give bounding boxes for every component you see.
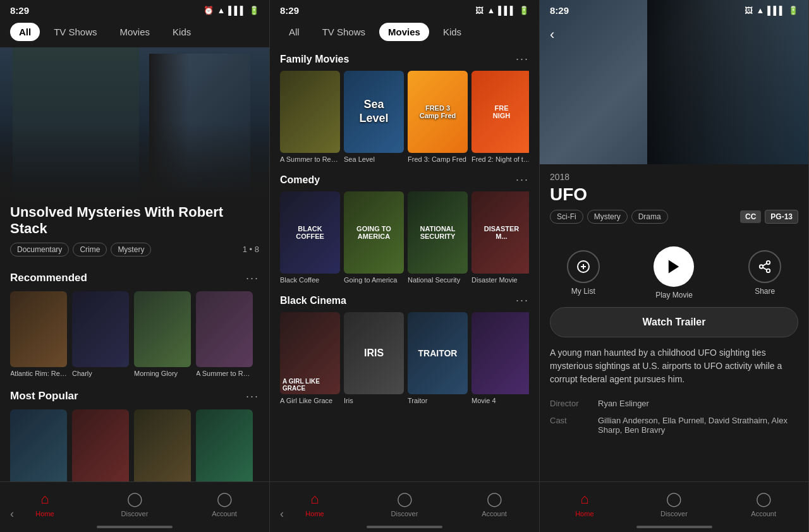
time-1: 8:29	[10, 5, 29, 16]
bc-label-0: A Girl Like Grace	[280, 397, 340, 404]
status-icons-2: 🖼 ▲ ▌▌▌ 🔋	[475, 6, 529, 15]
nav-discover-2[interactable]: ◯ Discover	[360, 491, 449, 524]
most-popular-more-btn[interactable]: ···	[246, 390, 259, 403]
director-key: Director	[550, 399, 588, 408]
tag-documentary: Documentary	[10, 243, 69, 257]
nav-account-3[interactable]: ◯ Account	[719, 491, 808, 524]
tab-all-2[interactable]: All	[280, 23, 308, 41]
director-val: Ryan Eslinger	[598, 399, 649, 408]
bc-label-2: Traitor	[408, 397, 468, 404]
home-label-3: Home	[575, 510, 593, 517]
list-item[interactable]: A GIRL LIKE GRACE A Girl Like Grace	[280, 312, 340, 404]
my-list-action[interactable]: My List	[567, 250, 600, 296]
thumb-label-0: Atlantic Rim: Resurrection	[10, 370, 67, 377]
tab-kids-2[interactable]: Kids	[434, 23, 470, 41]
svg-point-4	[767, 261, 770, 265]
battery-icon-3: 🔋	[788, 6, 798, 15]
list-item[interactable]: BLACKCOFFEE Black Coffee	[280, 191, 340, 284]
most-popular-header: Most Popular ···	[10, 390, 259, 403]
wifi-icon-2: ▲	[487, 6, 495, 15]
nav-home-3[interactable]: ⌂ Home	[540, 491, 630, 524]
popular-thumb-1	[72, 409, 129, 485]
hero-gradient-overlay	[0, 123, 269, 199]
list-item[interactable]: Morning Glory	[134, 291, 191, 377]
share-icon	[748, 250, 781, 283]
back-arrow-1[interactable]: ‹	[10, 507, 14, 521]
list-item[interactable]: Atlantic Rim: Resurrection	[10, 291, 67, 377]
status-bar-3: 8:29 🖼 ▲ ▌▌▌ 🔋	[540, 0, 808, 18]
account-label-3: Account	[751, 510, 776, 517]
svg-marker-3	[669, 260, 679, 274]
recommended-more-btn[interactable]: ···	[246, 272, 259, 285]
svg-point-6	[767, 269, 770, 273]
play-button-circle[interactable]	[654, 246, 694, 287]
share-label: Share	[755, 287, 775, 296]
list-item[interactable]: SeaLevel Sea Level	[344, 71, 404, 163]
play-movie-action[interactable]: Play Movie	[654, 246, 694, 299]
phone-screen-1: 8:29 ⏰ ▲ ▌▌▌ 🔋 All TV Shows Movies Kids …	[0, 0, 270, 532]
status-bar-2: 8:29 🖼 ▲ ▌▌▌ 🔋	[270, 0, 539, 18]
list-item[interactable]: FRENIGH Fred 2: Night of the Living Fred	[471, 71, 529, 163]
list-item[interactable]: DISASTERM... Disaster Movie	[471, 191, 529, 284]
popular-thumb-0	[10, 409, 67, 485]
battery-icon: 🔋	[249, 6, 259, 15]
thumb-label-3: A Summer to Remember	[196, 370, 253, 377]
share-action[interactable]: Share	[748, 250, 781, 296]
list-item[interactable]: Movie 4	[471, 312, 529, 404]
nav-account-2[interactable]: ◯ Account	[449, 491, 539, 524]
wifi-icon-3: ▲	[756, 6, 764, 15]
discover-label-3: Discover	[660, 510, 688, 517]
wifi-icon: ▲	[217, 6, 225, 15]
thumb-label-1: Charly	[72, 370, 129, 377]
watch-trailer-button[interactable]: Watch Trailer	[550, 307, 798, 337]
family-movies-more-btn[interactable]: ···	[516, 52, 529, 66]
account-label-2: Account	[482, 510, 507, 517]
tab-tvshows-1[interactable]: TV Shows	[45, 23, 106, 41]
comedy-title: Comedy	[280, 174, 320, 186]
list-item[interactable]: IRIS Iris	[344, 312, 404, 404]
tab-movies-2[interactable]: Movies	[379, 23, 429, 41]
black-cinema-section: Black Cinema ··· A GIRL LIKE GRACE A Gir…	[270, 289, 539, 409]
account-icon-3: ◯	[756, 491, 772, 507]
black-cinema-more-btn[interactable]: ···	[516, 294, 529, 307]
comedy-more-btn[interactable]: ···	[516, 173, 529, 186]
nav-discover-1[interactable]: ◯ Discover	[90, 491, 179, 524]
bc-label-3: Movie 4	[471, 397, 529, 404]
tag-crime: Crime	[73, 243, 107, 257]
back-button-detail[interactable]: ‹	[550, 27, 554, 43]
episode-count: 1 • 8	[243, 245, 259, 254]
thumb-label-2: Morning Glory	[134, 370, 191, 377]
signal-icon-3: ▌▌▌	[767, 6, 785, 15]
list-item[interactable]: A Summer to Remember	[280, 71, 340, 163]
tab-tvshows-2[interactable]: TV Shows	[313, 23, 374, 41]
list-item[interactable]: Charly	[72, 291, 129, 377]
black-cinema-title: Black Cinema	[280, 295, 346, 306]
hero-tags-1: Documentary Crime Mystery 1 • 8	[10, 243, 259, 257]
list-item[interactable]: A Summer to Remember	[196, 291, 253, 377]
recommended-section: Recommended ··· Atlantic Rim: Resurrecti…	[0, 264, 269, 382]
tab-movies-1[interactable]: Movies	[111, 23, 159, 41]
discover-icon-1: ◯	[127, 491, 143, 507]
bc-thumb-3	[471, 312, 529, 394]
back-arrow-2[interactable]: ‹	[280, 507, 284, 521]
tab-kids-1[interactable]: Kids	[164, 23, 200, 41]
family-movies-section: Family Movies ··· A Summer to Remember S…	[270, 47, 539, 168]
list-item[interactable]: TRAITOR Traitor	[408, 312, 468, 404]
family-thumb-2: FRED 3Camp Fred	[408, 71, 468, 153]
nav-discover-3[interactable]: ◯ Discover	[630, 491, 719, 524]
list-item[interactable]: NATIONALSECURITY National Security	[408, 191, 468, 284]
phone-screen-2: 8:29 🖼 ▲ ▌▌▌ 🔋 All TV Shows Movies Kids …	[270, 0, 540, 532]
list-item[interactable]: GOING TOAMERICA Going to America	[344, 191, 404, 284]
play-movie-label: Play Movie	[655, 291, 693, 299]
add-list-icon	[567, 250, 600, 283]
tab-all-1[interactable]: All	[10, 23, 40, 41]
comedy-label-3: Disaster Movie	[471, 276, 529, 284]
tag-drama: Drama	[631, 210, 668, 224]
family-label-0: A Summer to Remember	[280, 155, 340, 163]
battery-icon-2: 🔋	[519, 6, 529, 15]
cc-badge: CC	[740, 210, 761, 223]
thumb-img-2	[134, 291, 191, 367]
home-label-2: Home	[305, 510, 324, 517]
list-item[interactable]: FRED 3Camp Fred Fred 3: Camp Fred	[408, 71, 468, 163]
nav-account-1[interactable]: ◯ Account	[179, 491, 269, 524]
